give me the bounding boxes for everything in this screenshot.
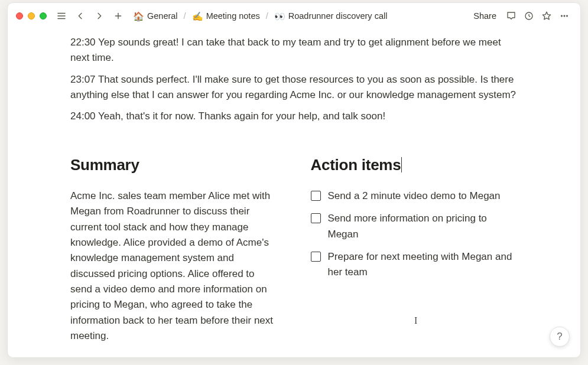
favorite-button[interactable] — [539, 8, 554, 24]
transcript-ts: 23:07 — [70, 74, 96, 85]
new-tab-button[interactable] — [111, 8, 126, 24]
breadcrumb-label: Roadrunner discovery call — [288, 11, 388, 21]
svg-line-7 — [529, 16, 530, 17]
transcript-line[interactable]: 22:30 Yep sounds great! I can take that … — [70, 35, 518, 66]
close-window-dot[interactable] — [16, 12, 23, 19]
svg-marker-8 — [542, 12, 551, 19]
app-window: 🏠 General / ✍️ Meeting notes / 👀 Roadrun… — [7, 2, 581, 358]
breadcrumb-seg-meeting-notes[interactable]: ✍️ Meeting notes — [190, 10, 262, 22]
checkbox[interactable] — [311, 213, 321, 223]
topbar-actions: Share — [469, 8, 572, 24]
breadcrumb-label: General — [147, 11, 178, 21]
breadcrumb-label: Meeting notes — [206, 11, 260, 21]
nav-forward-button[interactable] — [92, 8, 107, 24]
todo-text[interactable]: Send more information on pricing to Mega… — [328, 211, 518, 242]
eyes-icon: 👀 — [274, 12, 285, 21]
comments-button[interactable] — [503, 8, 519, 24]
todo-text[interactable]: Send a 2 minute video demo to Megan — [328, 188, 501, 204]
breadcrumb: 🏠 General / ✍️ Meeting notes / 👀 Roadrun… — [131, 10, 465, 22]
svg-point-9 — [561, 15, 562, 17]
maximize-window-dot[interactable] — [40, 12, 47, 19]
transcript-line[interactable]: 23:07 That sounds perfect. I'll make sur… — [70, 72, 518, 103]
more-menu-button[interactable] — [557, 8, 572, 24]
window-controls — [16, 12, 47, 19]
transcript-line[interactable]: 24:00 Yeah, that's it for now. Thanks ag… — [70, 109, 518, 124]
svg-point-10 — [564, 15, 565, 17]
minimize-window-dot[interactable] — [28, 12, 35, 19]
help-button[interactable]: ? — [550, 327, 570, 347]
topbar: 🏠 General / ✍️ Meeting notes / 👀 Roadrun… — [8, 3, 580, 29]
action-items-column[interactable]: Action items Send a 2 minute video demo … — [311, 153, 518, 344]
todo-item[interactable]: Send more information on pricing to Mega… — [311, 211, 518, 242]
todo-text[interactable]: Prepare for next meeting with Megan and … — [328, 249, 518, 281]
share-button[interactable]: Share — [469, 9, 501, 22]
sidebar-toggle-button[interactable] — [54, 8, 69, 24]
page-content[interactable]: 22:30 Yep sounds great! I can take that … — [8, 29, 580, 344]
checkbox[interactable] — [311, 191, 321, 201]
home-icon: 🏠 — [133, 12, 144, 21]
writing-hand-icon: ✍️ — [192, 12, 203, 21]
two-column-layout: Summary Acme Inc. sales team member Alic… — [70, 153, 518, 344]
updates-button[interactable] — [521, 8, 537, 24]
svg-point-11 — [566, 15, 567, 17]
transcript-text: That sounds perfect. I'll make sure to g… — [70, 74, 516, 100]
transcript-text: Yeah, that's it for now. Thanks again fo… — [98, 110, 385, 122]
summary-body[interactable]: Acme Inc. sales team member Alice met wi… — [70, 188, 278, 344]
action-items-heading[interactable]: Action items — [311, 153, 518, 177]
todo-item[interactable]: Prepare for next meeting with Megan and … — [311, 249, 518, 281]
transcript-text: Yep sounds great! I can take that back t… — [70, 37, 501, 63]
todo-item[interactable]: Send a 2 minute video demo to Megan — [311, 188, 518, 204]
summary-column[interactable]: Summary Acme Inc. sales team member Alic… — [70, 153, 278, 344]
breadcrumb-sep: / — [265, 11, 269, 21]
transcript-ts: 24:00 — [70, 110, 96, 122]
nav-back-button[interactable] — [73, 8, 88, 24]
breadcrumb-sep: / — [183, 11, 187, 21]
summary-heading[interactable]: Summary — [70, 153, 278, 177]
checkbox[interactable] — [311, 252, 321, 262]
breadcrumb-seg-current[interactable]: 👀 Roadrunner discovery call — [272, 10, 390, 22]
transcript-ts: 22:30 — [70, 37, 96, 48]
breadcrumb-seg-general[interactable]: 🏠 General — [131, 10, 180, 22]
